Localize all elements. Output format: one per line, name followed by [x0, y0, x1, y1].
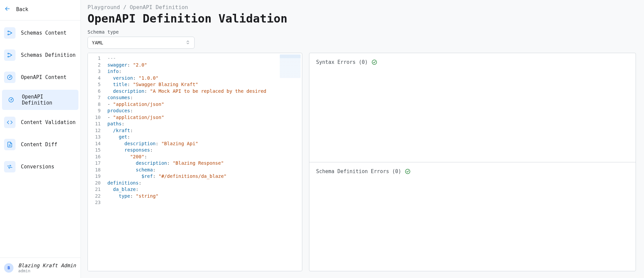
schema-errors-title: Schema Definition Errors (0) — [316, 168, 401, 174]
user-role: admin — [18, 269, 76, 273]
sidebar-item-schemas-definition[interactable]: Schemas Definition — [0, 44, 80, 66]
sidebar-item-content-validation[interactable]: Content Validation — [0, 111, 80, 133]
user-footer[interactable]: B Blazing Kraft Admin admin — [0, 257, 80, 278]
line-gutter: 1234567891011121314151617181920212223 — [88, 53, 105, 271]
sidebar-item-label: Schemas Definition — [21, 52, 76, 58]
check-circle-icon — [405, 168, 411, 176]
chevron-up-down-icon — [185, 40, 190, 46]
svg-point-3 — [11, 33, 12, 34]
back-button[interactable]: Back — [0, 0, 80, 19]
sidebar-item-schemas-content[interactable]: Schemas Content — [0, 22, 80, 44]
sidebar-item-label: OpenAPI Content — [21, 74, 66, 80]
page-title: OpenAPI Definition Validation — [88, 12, 636, 25]
svg-point-2 — [8, 34, 9, 35]
schema-type-value: YAML — [92, 40, 103, 45]
user-name: Blazing Kraft Admin — [18, 263, 76, 269]
check-circle-icon — [371, 59, 377, 67]
sidebar-item-label: Content Validation — [21, 119, 76, 125]
schema-type-select[interactable]: YAML — [88, 37, 195, 49]
code-icon — [4, 117, 15, 128]
schema-icon — [4, 49, 15, 61]
sidebar-item-content-diff[interactable]: Content Diff — [0, 133, 80, 156]
sidebar-item-label: OpenAPI Definition — [22, 94, 75, 106]
swap-icon — [4, 161, 15, 172]
gauge-icon — [4, 72, 15, 83]
svg-point-1 — [8, 31, 9, 32]
code-content[interactable]: --- swagger: "2.0" info: version: "1.0.0… — [105, 53, 302, 271]
sidebar-item-label: Conversions — [21, 164, 54, 170]
code-editor[interactable]: 1234567891011121314151617181920212223 --… — [88, 53, 302, 271]
file-icon — [4, 139, 15, 150]
syntax-errors-title: Syntax Errors (0) — [316, 59, 368, 65]
sidebar-item-conversions[interactable]: Conversions — [0, 156, 80, 178]
svg-point-14 — [405, 169, 410, 174]
sidebar-item-label: Content Diff — [21, 142, 57, 148]
svg-point-6 — [11, 55, 12, 56]
breadcrumb[interactable]: Playground / OpenAPI Definition — [88, 4, 636, 10]
sidebar: Back Schemas Content Schemas Definition — [0, 0, 81, 278]
minimap[interactable] — [280, 54, 301, 78]
arrow-left-icon — [4, 5, 11, 13]
sidebar-item-openapi-content[interactable]: OpenAPI Content — [0, 66, 80, 88]
errors-panel: Syntax Errors (0) Schema Definition Erro… — [309, 53, 636, 271]
sidebar-item-openapi-definition[interactable]: OpenAPI Definition — [2, 90, 78, 110]
schema-errors-section: Schema Definition Errors (0) — [309, 162, 636, 271]
svg-point-8 — [9, 77, 10, 78]
main: Playground / OpenAPI Definition OpenAPI … — [81, 0, 644, 278]
sidebar-item-label: Schemas Content — [21, 30, 66, 36]
gauge-icon — [5, 94, 16, 106]
svg-point-4 — [8, 53, 9, 54]
schema-icon — [4, 27, 15, 39]
svg-point-13 — [372, 60, 377, 65]
svg-point-10 — [10, 100, 11, 100]
divider — [0, 20, 80, 21]
back-label: Back — [16, 6, 28, 12]
avatar: B — [4, 263, 13, 273]
svg-point-5 — [8, 56, 9, 57]
schema-type-label: Schema type — [88, 29, 636, 35]
syntax-errors-section: Syntax Errors (0) — [309, 53, 636, 162]
